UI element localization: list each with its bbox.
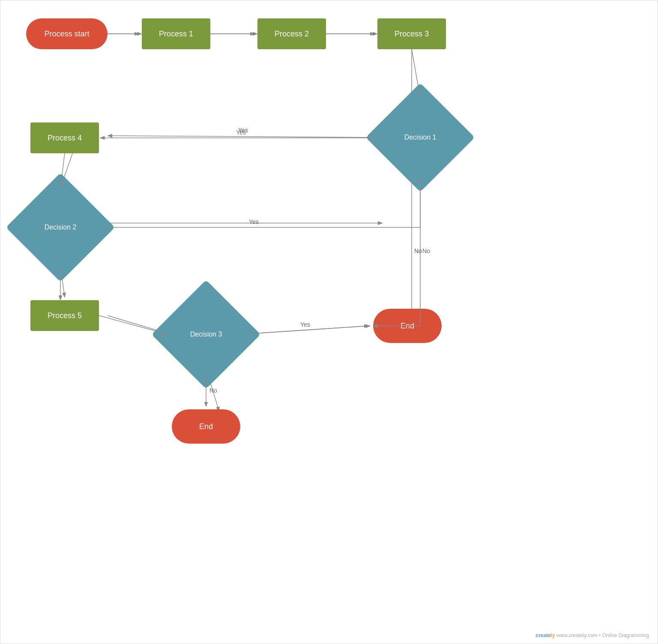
end1-node: End [373, 309, 442, 343]
label-d3-no: No [209, 387, 217, 394]
label-yes1: Yes [238, 127, 248, 134]
label-d2-yes: Yes [249, 218, 259, 225]
decision3-node: Decision 3 [167, 296, 245, 373]
arrow-d2-yes-d1 [99, 177, 420, 227]
arrow-d3-yes-to-end1 [240, 326, 368, 334]
label-d3-yes: Yes [300, 321, 310, 328]
decision1-node: Decision 1 [382, 99, 459, 176]
label-d1-yes: Yes [236, 129, 246, 136]
label-no1: No [414, 247, 422, 254]
arrow-d1-yes-to-p4 [108, 136, 382, 137]
end2-node: End [172, 409, 240, 444]
decision2-node: Decision 2 [22, 189, 99, 266]
process1-node: Process 1 [142, 18, 210, 49]
process-start-node: Process start [26, 18, 108, 49]
process4-node: Process 4 [30, 122, 99, 153]
process5-node: Process 5 [30, 300, 99, 331]
arrows-overlay [0, 0, 658, 644]
flowchart-arrows: Yes No Yes Yes No [0, 0, 658, 644]
process2-node: Process 2 [257, 18, 326, 49]
label-d1-no: No [422, 247, 430, 254]
process3-node: Process 3 [377, 18, 446, 49]
arrow-d1-no-end1 [373, 176, 420, 326]
arrows-svg: Yes No [0, 0, 658, 644]
arrow-d3-yes-end1 [245, 326, 370, 334]
flowchart-canvas: Yes No Process start [0, 0, 658, 644]
watermark: creately www.creately.com • Online Diagr… [535, 632, 649, 638]
